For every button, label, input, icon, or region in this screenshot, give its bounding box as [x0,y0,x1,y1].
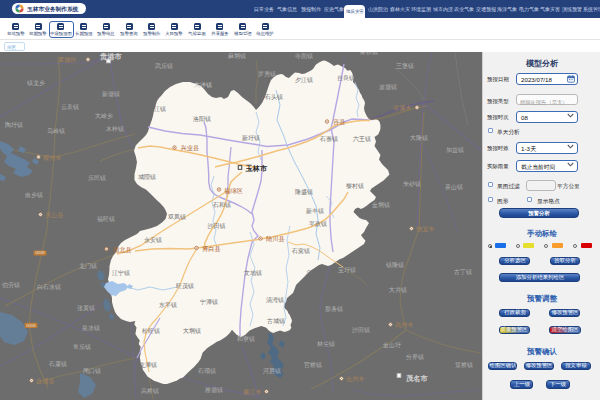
svg-text:分界镇: 分界镇 [406,354,424,360]
svg-text:笪桥镇: 笪桥镇 [455,362,473,368]
svg-text:林尘镇: 林尘镇 [316,341,335,347]
svg-text:乌石镇: 乌石镇 [306,269,324,277]
svg-text:石颈镇: 石颈镇 [197,367,216,375]
svg-text:平政镇: 平政镇 [309,220,327,227]
svg-text:高桥镇: 高桥镇 [141,387,159,394]
svg-text:夕江镇: 夕江镇 [295,77,313,83]
svg-text:新丰镇: 新丰镇 [306,207,324,214]
svg-text:信宜市: 信宜市 [416,225,435,233]
svg-text:新塘镇: 新塘镇 [102,90,120,98]
svg-text:镇隆镇: 镇隆镇 [385,261,404,268]
svg-text:永安镇: 永安镇 [144,236,162,243]
svg-text:南乡镇: 南乡镇 [25,192,43,198]
svg-text:高州市: 高州市 [395,321,414,328]
svg-text:宁潭镇: 宁潭镇 [200,298,218,305]
svg-text:象棋镇: 象棋镇 [360,52,378,55]
svg-text:乐民镇: 乐民镇 [88,175,106,181]
svg-text:常乐镇: 常乐镇 [73,344,91,350]
svg-text:古丁镇: 古丁镇 [454,269,472,276]
svg-text:洛阳镇: 洛阳镇 [193,116,211,123]
svg-text:湛江镇: 湛江镇 [148,106,166,112]
svg-text:云表镇: 云表镇 [61,103,79,110]
svg-text:沙田镇: 沙田镇 [351,327,370,334]
svg-text:自良镇: 自良镇 [337,74,355,82]
svg-text:沙田镇: 沙田镇 [207,223,226,230]
svg-text:白石水镇: 白石水镇 [37,283,61,291]
svg-text:覃塘区: 覃塘区 [58,56,77,64]
svg-text:兴业县: 兴业县 [181,144,200,151]
svg-text:双凤镇: 双凤镇 [168,213,186,220]
svg-text:木梓镇: 木梓镇 [105,126,124,132]
svg-text:三堡镇: 三堡镇 [396,62,414,69]
svg-text:石头镇: 石头镇 [264,93,283,101]
svg-text:加益镇: 加益镇 [446,147,464,153]
svg-text:东平镇: 东平镇 [159,301,177,308]
svg-text:岑溪市: 岑溪市 [393,104,412,112]
svg-text:伯劳镇: 伯劳镇 [2,281,20,289]
svg-text:江宁镇: 江宁镇 [112,269,130,276]
svg-text:G209: G209 [26,324,35,328]
svg-text:龙潭镇: 龙潭镇 [139,361,157,368]
svg-text:松旺镇: 松旺镇 [142,328,160,334]
svg-text:石寨镇: 石寨镇 [319,135,338,143]
svg-text:官桥镇: 官桥镇 [304,361,322,368]
svg-text:麻垌镇: 麻垌镇 [228,52,246,60]
svg-text:那务镇: 那务镇 [325,306,343,313]
svg-text:新圩镇: 新圩镇 [242,134,260,141]
svg-text:城隍镇: 城隍镇 [138,173,156,180]
svg-text:文地镇: 文地镇 [244,269,262,276]
svg-text:G209: G209 [35,251,44,255]
svg-text:镇龙乡: 镇龙乡 [26,80,45,86]
svg-text:马岭镇: 马岭镇 [47,128,65,134]
svg-text:龙门镇: 龙门镇 [79,262,97,269]
svg-text:廉江市: 廉江市 [243,388,262,396]
svg-text:石窝镇: 石窝镇 [291,247,310,255]
svg-text:和寮镇: 和寮镇 [237,335,255,342]
svg-text:博白县: 博白县 [202,245,221,253]
svg-text:金垌镇: 金垌镇 [371,201,390,209]
svg-text:寺面镇: 寺面镇 [295,52,313,60]
svg-text:旺茂镇: 旺茂镇 [176,283,194,289]
svg-text:福旺镇: 福旺镇 [97,216,115,223]
svg-text:河唇镇: 河唇镇 [263,368,281,375]
svg-text:贵港市: 贵港市 [99,52,122,61]
svg-text:石康镇: 石康镇 [48,360,67,368]
svg-text:福绵区: 福绵区 [224,187,243,195]
svg-text:大井镇: 大井镇 [389,286,407,293]
svg-text:茂名市: 茂名市 [405,374,428,383]
svg-text:黎村镇: 黎村镇 [346,183,364,190]
svg-text:罗秀镇: 罗秀镇 [258,70,276,78]
svg-text:茶山镇: 茶山镇 [445,184,463,190]
svg-text:化州市: 化州市 [346,375,365,383]
svg-text:陆川县: 陆川县 [266,235,285,242]
svg-text:隆盛镇: 隆盛镇 [295,188,313,195]
svg-text:金山圩: 金山圩 [382,342,401,348]
svg-text:波塘镇: 波塘镇 [379,83,397,91]
svg-text:陶圩镇: 陶圩镇 [5,121,23,129]
svg-text:灵山县: 灵山县 [45,211,64,218]
svg-text:朱砂镇: 朱砂镇 [403,181,421,187]
svg-text:泉水镇: 泉水镇 [81,325,100,331]
svg-text:雅塘镇: 雅塘镇 [204,386,223,394]
svg-text:容县: 容县 [333,118,345,126]
svg-text:清湾镇: 清湾镇 [266,296,284,304]
svg-text:石和镇: 石和镇 [212,201,231,209]
svg-text:横州市: 横州市 [43,154,62,161]
svg-text:合浦县: 合浦县 [36,377,55,385]
svg-text:闸口镇: 闸口镇 [83,368,101,375]
svg-text:古城镇: 古城镇 [267,318,285,325]
svg-text:大垌镇: 大垌镇 [183,327,201,335]
svg-text:宝圩镇: 宝圩镇 [338,266,356,273]
svg-text:大岭乡: 大岭乡 [95,112,113,119]
svg-text:浦北县: 浦北县 [113,246,132,254]
svg-text:六王镇: 六王镇 [353,135,371,142]
svg-text:张黄镇: 张黄镇 [77,305,95,312]
svg-text:武乐镇: 武乐镇 [155,63,173,69]
svg-text:大洋镇: 大洋镇 [194,81,212,88]
svg-text:玉林市: 玉林市 [245,164,268,173]
svg-text:大隆镇: 大隆镇 [410,134,428,141]
